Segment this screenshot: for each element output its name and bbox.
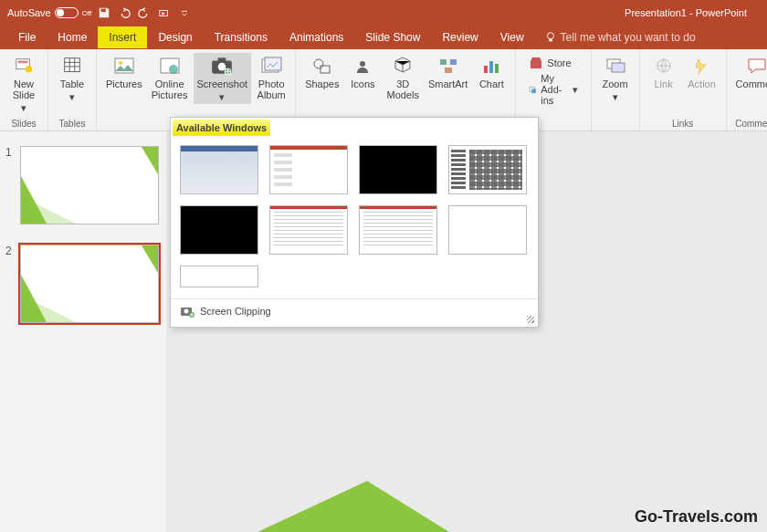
window-thumbnail[interactable] bbox=[180, 205, 258, 255]
new-slide-button[interactable]: New Slide ▾ bbox=[5, 53, 42, 115]
icons-button[interactable]: Icons bbox=[344, 53, 381, 91]
menu-review[interactable]: Review bbox=[431, 26, 489, 48]
zoom-button[interactable]: Zoom ▾ bbox=[597, 53, 634, 104]
online-pictures-button[interactable]: Online Pictures bbox=[148, 53, 192, 102]
menu-home[interactable]: Home bbox=[47, 26, 98, 48]
menu-design[interactable]: Design bbox=[147, 26, 203, 48]
resize-handle[interactable] bbox=[527, 316, 534, 323]
icons-icon bbox=[350, 55, 375, 77]
screenshot-dropdown: Available Windows Screen Clipping bbox=[170, 117, 539, 328]
window-thumbnail[interactable] bbox=[269, 145, 348, 194]
menu-bar: File Home Insert Design Transitions Anim… bbox=[0, 26, 767, 49]
toggle-pill-icon bbox=[55, 7, 79, 18]
action-button[interactable]: Action bbox=[684, 53, 720, 91]
autosave-toggle[interactable]: AutoSave Off bbox=[7, 7, 91, 18]
menu-insert[interactable]: Insert bbox=[98, 26, 147, 48]
camera-icon bbox=[209, 55, 235, 77]
slide-thumbnail-2[interactable] bbox=[20, 245, 159, 323]
screen-clipping-button[interactable]: Screen Clipping bbox=[171, 299, 538, 327]
cube-icon bbox=[390, 55, 415, 77]
slide-decoration bbox=[257, 481, 449, 532]
svg-rect-13 bbox=[218, 57, 226, 61]
svg-rect-24 bbox=[484, 66, 488, 73]
menu-animations[interactable]: Animations bbox=[278, 26, 354, 48]
title-bar: AutoSave Off Presentation1 - PowerPoint bbox=[0, 0, 767, 26]
camera-plus-icon bbox=[180, 305, 194, 318]
thumb-number: 2 bbox=[5, 245, 15, 323]
svg-point-6 bbox=[26, 66, 32, 72]
thumb-number: 1 bbox=[5, 146, 15, 224]
slide-thumbnail-panel: 1 2 bbox=[0, 131, 166, 532]
link-icon bbox=[651, 55, 677, 77]
table-button[interactable]: Table ▾ bbox=[54, 53, 90, 104]
shapes-icon bbox=[310, 55, 335, 77]
chevron-down-icon: ▾ bbox=[573, 84, 578, 96]
screenshot-button[interactable]: Screenshot ▾ bbox=[194, 53, 252, 104]
table-icon bbox=[59, 55, 85, 77]
smartart-button[interactable]: SmartArt bbox=[425, 53, 471, 91]
chevron-down-icon: ▾ bbox=[69, 91, 75, 102]
svg-rect-23 bbox=[445, 68, 452, 73]
tell-me-search[interactable]: Tell me what you want to do bbox=[544, 31, 696, 44]
window-thumbnail[interactable] bbox=[448, 205, 527, 255]
svg-rect-17 bbox=[265, 57, 281, 70]
link-button[interactable]: Link bbox=[646, 53, 682, 91]
3d-models-button[interactable]: 3D Models bbox=[383, 53, 422, 102]
pictures-button[interactable]: Pictures bbox=[102, 53, 146, 91]
svg-rect-25 bbox=[489, 61, 493, 73]
window-thumbnail[interactable] bbox=[359, 205, 437, 255]
svg-rect-7 bbox=[65, 58, 80, 72]
menu-file[interactable]: File bbox=[7, 26, 47, 48]
svg-point-18 bbox=[314, 59, 323, 68]
menu-slideshow[interactable]: Slide Show bbox=[354, 26, 431, 48]
window-thumbnail[interactable] bbox=[359, 145, 437, 194]
window-thumbnail[interactable] bbox=[269, 205, 348, 255]
comment-button[interactable]: Comment bbox=[732, 53, 767, 91]
addins-icon bbox=[529, 83, 537, 96]
svg-rect-5 bbox=[18, 61, 28, 64]
photo-album-button[interactable]: Photo Album bbox=[253, 53, 289, 102]
watermark: Go-Travels.com bbox=[635, 507, 758, 527]
svg-rect-0 bbox=[101, 9, 106, 13]
chart-icon bbox=[478, 55, 504, 77]
chevron-down-icon: ▾ bbox=[613, 91, 618, 102]
chevron-down-icon: ▾ bbox=[21, 102, 26, 113]
new-slide-icon bbox=[11, 55, 37, 77]
chart-button[interactable]: Chart bbox=[473, 53, 510, 91]
slide-thumbnail-1[interactable] bbox=[20, 146, 159, 224]
save-icon[interactable] bbox=[97, 5, 111, 20]
pictures-icon bbox=[111, 55, 137, 77]
store-icon bbox=[529, 57, 543, 69]
start-from-beginning-icon[interactable] bbox=[157, 5, 172, 20]
svg-point-14 bbox=[218, 63, 226, 71]
menu-transitions[interactable]: Transitions bbox=[204, 26, 278, 48]
svg-point-9 bbox=[119, 61, 122, 65]
redo-icon[interactable] bbox=[137, 5, 152, 20]
comment-icon bbox=[744, 55, 767, 77]
smartart-icon bbox=[436, 55, 461, 77]
customize-qat-icon[interactable] bbox=[177, 5, 192, 20]
action-icon bbox=[689, 55, 715, 77]
store-button[interactable]: Store bbox=[529, 57, 577, 69]
undo-icon[interactable] bbox=[117, 5, 131, 20]
svg-point-35 bbox=[184, 309, 189, 314]
menu-view[interactable]: View bbox=[489, 26, 535, 48]
svg-rect-21 bbox=[440, 59, 447, 65]
autosave-state: Off bbox=[82, 9, 92, 17]
window-thumbnail[interactable] bbox=[180, 145, 258, 194]
window-thumbnail[interactable] bbox=[448, 145, 527, 194]
svg-rect-22 bbox=[450, 59, 457, 65]
my-addins-button[interactable]: My Add-ins ▾ bbox=[529, 73, 577, 106]
online-pictures-icon bbox=[157, 55, 183, 77]
svg-point-20 bbox=[360, 61, 365, 67]
svg-rect-3 bbox=[549, 39, 552, 42]
zoom-icon bbox=[603, 55, 628, 77]
shapes-button[interactable]: Shapes bbox=[301, 53, 342, 91]
window-thumbnail[interactable] bbox=[180, 266, 258, 287]
chevron-down-icon: ▾ bbox=[219, 91, 225, 102]
available-windows-header: Available Windows bbox=[173, 120, 270, 136]
autosave-label: AutoSave bbox=[7, 7, 51, 18]
svg-rect-26 bbox=[495, 64, 499, 73]
svg-point-2 bbox=[547, 33, 553, 39]
svg-point-11 bbox=[169, 65, 178, 74]
